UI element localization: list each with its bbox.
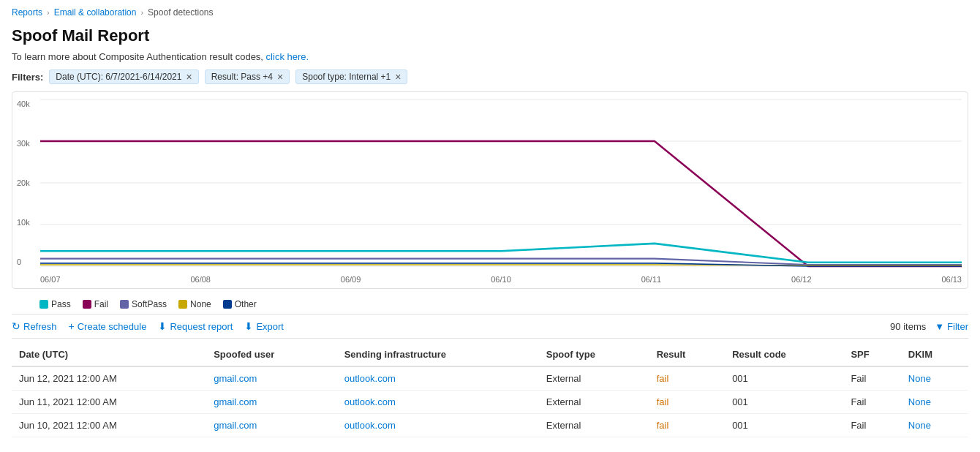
legend-other-dot <box>223 300 232 309</box>
breadcrumb-sep-1: › <box>47 8 50 17</box>
x-label-0608: 06/08 <box>190 275 211 284</box>
y-label-10k: 10k <box>17 218 36 227</box>
cell-result-code: 001 <box>725 366 843 391</box>
col-result-code: Result code <box>725 343 843 366</box>
cell-spoofed-user[interactable]: gmail.com <box>206 414 337 437</box>
y-label-20k: 20k <box>17 178 36 187</box>
x-label-0613: 06/13 <box>941 275 962 284</box>
chart-area: 40k 30k 20k 10k 0 <box>12 91 968 289</box>
cell-result: fail <box>649 414 725 437</box>
cell-date: Jun 10, 2021 12:00 AM <box>12 414 206 437</box>
col-dkim: DKIM <box>901 343 968 366</box>
toolbar: ↻ Refresh + Create schedule ⬇ Request re… <box>12 314 968 339</box>
items-count: 90 items <box>890 321 926 332</box>
x-axis: 06/07 06/08 06/09 06/10 06/11 06/12 06/1… <box>40 275 962 284</box>
col-sending-infra: Sending infrastructure <box>337 343 539 366</box>
filter-tag-spoof: Spoof type: Internal +1 × <box>295 69 407 84</box>
table-header-row: Date (UTC) Spoofed user Sending infrastr… <box>12 343 968 366</box>
table-row: Jun 11, 2021 12:00 AMgmail.comoutlook.co… <box>12 391 968 414</box>
cell-result-code: 001 <box>725 414 843 437</box>
filters-bar: Filters: Date (UTC): 6/7/2021-6/14/2021 … <box>12 69 968 84</box>
legend-softpass-label: SoftPass <box>132 299 167 309</box>
table-row: Jun 10, 2021 12:00 AMgmail.comoutlook.co… <box>12 414 968 437</box>
schedule-icon: + <box>69 320 75 332</box>
legend-pass-label: Pass <box>51 299 71 309</box>
click-here-link[interactable]: click here. <box>266 51 309 62</box>
x-label-0610: 06/10 <box>491 275 511 284</box>
y-label-0: 0 <box>17 257 36 266</box>
col-result: Result <box>649 343 725 366</box>
cell-spoof-type: External <box>539 366 649 391</box>
cell-date: Jun 11, 2021 12:00 AM <box>12 391 206 414</box>
cell-date: Jun 12, 2021 12:00 AM <box>12 366 206 391</box>
data-table: Date (UTC) Spoofed user Sending infrastr… <box>12 343 968 437</box>
create-schedule-button[interactable]: + Create schedule <box>69 320 147 332</box>
filter-tag-date: Date (UTC): 6/7/2021-6/14/2021 × <box>49 69 198 84</box>
cell-dkim: None <box>901 391 968 414</box>
legend-none-dot <box>178 300 187 309</box>
legend-fail: Fail <box>83 299 108 309</box>
filter-tag-date-text: Date (UTC): 6/7/2021-6/14/2021 <box>56 72 181 82</box>
request-report-button[interactable]: ⬇ Request report <box>158 320 233 332</box>
legend-none-label: None <box>190 299 211 309</box>
chart-inner <box>40 99 962 266</box>
col-spoof-type: Spoof type <box>539 343 649 366</box>
info-text: To learn more about Composite Authentica… <box>12 51 968 62</box>
y-label-40k: 40k <box>17 99 36 108</box>
cell-dkim: None <box>901 366 968 391</box>
legend-softpass: SoftPass <box>120 299 167 309</box>
toolbar-right: 90 items ▼ Filter <box>890 321 968 332</box>
legend-fail-dot <box>83 300 91 309</box>
y-axis-labels: 40k 30k 20k 10k 0 <box>12 99 40 266</box>
export-button[interactable]: ⬇ Export <box>244 320 284 332</box>
refresh-icon: ↻ <box>12 320 20 332</box>
table-row: Jun 12, 2021 12:00 AMgmail.comoutlook.co… <box>12 366 968 391</box>
filter-tag-result-close[interactable]: × <box>277 72 283 82</box>
breadcrumb-email-collab[interactable]: Email & collaboration <box>54 7 137 18</box>
y-label-30k: 30k <box>17 139 36 148</box>
legend-pass: Pass <box>39 299 71 309</box>
filter-tag-result: Result: Pass +4 × <box>205 69 290 84</box>
cell-spoofed-user[interactable]: gmail.com <box>206 366 337 391</box>
legend-fail-label: Fail <box>94 299 108 309</box>
filter-tag-date-close[interactable]: × <box>186 72 192 82</box>
legend-other: Other <box>223 299 257 309</box>
cell-spf: Fail <box>843 414 900 437</box>
cell-sending-infra[interactable]: outlook.com <box>337 366 539 391</box>
cell-result-code: 001 <box>725 391 843 414</box>
breadcrumb-sep-2: › <box>140 8 143 17</box>
cell-sending-infra[interactable]: outlook.com <box>337 391 539 414</box>
x-label-0611: 06/11 <box>641 275 662 284</box>
cell-spf: Fail <box>843 366 900 391</box>
x-label-0607: 06/07 <box>40 275 61 284</box>
download-icon: ⬇ <box>158 320 167 332</box>
chart-svg <box>40 99 962 266</box>
breadcrumb-current: Spoof detections <box>148 7 213 18</box>
cell-sending-infra[interactable]: outlook.com <box>337 414 539 437</box>
breadcrumb: Reports › Email & collaboration › Spoof … <box>12 7 968 18</box>
cell-spf: Fail <box>843 391 900 414</box>
cell-dkim: None <box>901 414 968 437</box>
col-spoofed-user: Spoofed user <box>206 343 337 366</box>
page-title: Spoof Mail Report <box>12 26 968 45</box>
cell-spoof-type: External <box>539 391 649 414</box>
refresh-button[interactable]: ↻ Refresh <box>12 320 57 332</box>
legend-none: None <box>178 299 211 309</box>
legend-pass-dot <box>39 300 48 309</box>
filter-tag-spoof-text: Spoof type: Internal +1 <box>302 72 391 82</box>
filters-label: Filters: <box>12 72 43 83</box>
cell-result: fail <box>649 366 725 391</box>
x-label-0612: 06/12 <box>791 275 812 284</box>
x-label-0609: 06/09 <box>341 275 361 284</box>
filter-button[interactable]: ▼ Filter <box>935 321 968 332</box>
legend-softpass-dot <box>120 300 129 309</box>
filter-icon: ▼ <box>935 321 944 332</box>
cell-result: fail <box>649 391 725 414</box>
chart-legend: Pass Fail SoftPass None Other <box>12 295 968 314</box>
export-icon: ⬇ <box>244 320 253 332</box>
filter-tag-result-text: Result: Pass +4 <box>211 72 273 82</box>
col-spf: SPF <box>843 343 900 366</box>
cell-spoofed-user[interactable]: gmail.com <box>206 391 337 414</box>
breadcrumb-reports[interactable]: Reports <box>12 7 42 18</box>
filter-tag-spoof-close[interactable]: × <box>395 72 401 82</box>
